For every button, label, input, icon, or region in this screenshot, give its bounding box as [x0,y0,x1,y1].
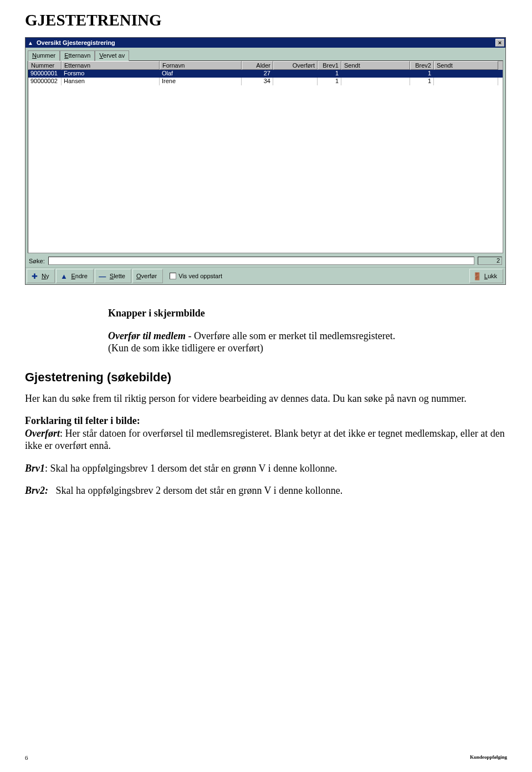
cell-nummer: 90000001 [28,70,62,78]
cell-etternavn: Hansen [62,78,160,85]
col-brev2[interactable]: Brev2 [410,61,434,70]
btn-label: verfør [141,273,157,279]
delete-icon: — [99,272,106,280]
cell-overfort [273,78,318,85]
table-row[interactable]: 90000002 Hansen Irene 34 1 1 [28,78,503,85]
tab-nummer[interactable]: Nummer [28,50,60,61]
search-row: Søke: 2 [25,253,505,267]
brv1-label: Brv1 [25,463,45,474]
endre-button[interactable]: ▲ Endre [56,269,93,283]
cell-brev1: 1 [318,70,341,78]
btn-hotkey: O [136,273,141,279]
brv1-text: : Skal ha oppfølgingsbrev 1 dersom det s… [45,463,337,474]
overfor-paragraph: Overfør til medlem - Overføre alle som e… [108,330,479,355]
tab-label: ervet av [103,52,125,59]
tab-hotkey: E [64,52,68,59]
cell-brev2: 1 [410,70,434,78]
footer-label: Kundeoppfølging [470,754,507,761]
sokebilde-heading: Gjestetrening (søkebilde) [25,370,507,385]
search-input[interactable] [48,257,474,265]
window-title: Oversikt Gjesteregistrering [37,39,495,46]
brv2-paragraph: Brv2: Skal ha oppfølgingsbrev 2 dersom d… [25,484,507,497]
soke-paragraph: Her kan du søke frem til riktig person f… [25,392,507,405]
brv1-paragraph: Brv1: Skal ha oppfølgingsbrev 1 dersom d… [25,462,507,475]
table-row[interactable]: 90000001 Forsmo Olaf 27 1 1 [28,70,503,78]
cell-etternavn: Forsmo [62,70,160,78]
tab-hotkey: N [32,52,37,59]
col-sendt2[interactable]: Sendt [434,61,498,70]
plus-icon: ✚ [30,272,38,280]
cell-sendt2 [434,78,498,85]
col-etternavn[interactable]: Etternavn [62,61,160,70]
chk-label: is ved oppstart [182,273,222,279]
overfort-label: Overført [25,428,60,439]
knapper-block: Knapper i skjermbilde Overfør til medlem… [108,307,479,355]
button-bar: ✚ Ny ▲ Endre — Slette Overfør Vis ved op… [25,267,505,284]
app-icon: ▲ [27,39,34,47]
overfor-text-2: (Kun de som ikke tidligere er overført) [108,342,263,354]
btn-label: ukk [488,273,497,279]
col-nummer[interactable]: Nummer [28,61,62,70]
door-icon: 🚪 [473,272,481,280]
overfor-text: - Overføre alle som er merket til medlem… [188,330,395,341]
btn-hotkey: E [71,273,75,279]
slette-button[interactable]: — Slette [95,269,131,283]
overfor-button[interactable]: Overfør [132,269,163,283]
forklaring-heading: Forklaring til felter i bilde: [25,415,140,426]
checkbox-icon [170,273,176,279]
page-footer: 6 Kundeoppfølging [25,754,507,761]
cell-overfort [273,70,318,78]
overfort-text: : Her står datoen for overførsel til med… [25,428,505,452]
cell-sendt1 [341,70,410,78]
cell-alder: 27 [242,70,273,78]
forklaring-paragraph: Forklaring til felter i bilde: Overført:… [25,415,507,452]
knapper-heading: Knapper i skjermbilde [108,307,479,320]
lukk-button[interactable]: 🚪 Lukk [469,269,503,283]
search-label: Søke: [29,258,45,264]
col-fornavn[interactable]: Fornavn [160,61,242,70]
col-overfort[interactable]: Overført [273,61,318,70]
grid: Nummer Etternavn Fornavn Alder Overført … [28,60,503,253]
titlebar: ▲ Oversikt Gjesteregistrering × [25,38,505,48]
cell-sendt1 [341,78,410,85]
cell-brev2: 1 [410,78,434,85]
btn-label: lette [114,273,125,279]
tab-label: tternavn [69,52,91,59]
cell-brev1: 1 [318,78,341,85]
grid-header: Nummer Etternavn Fornavn Alder Overført … [28,61,503,70]
tab-vervet-av[interactable]: Vervet av [95,50,129,61]
tab-hotkey: V [99,52,103,59]
cell-fornavn: Irene [160,78,242,85]
cell-fornavn: Olaf [160,70,242,78]
row-count: 2 [478,257,502,265]
close-button[interactable]: × [495,39,504,47]
cell-sendt2 [434,70,498,78]
brv2-text: Skal ha oppfølgingsbrev 2 dersom det stå… [56,485,343,496]
col-alder[interactable]: Alder [242,61,273,70]
vis-oppstart-checkbox[interactable]: Vis ved oppstart [170,273,222,279]
grid-body: 90000001 Forsmo Olaf 27 1 1 90000002 Han… [28,70,503,253]
tab-row: Nummer Etternavn Vervet av [25,48,505,60]
page-number: 6 [25,754,28,761]
btn-hotkey: N [42,273,46,279]
edit-icon: ▲ [60,272,68,280]
btn-label: ndre [75,273,88,279]
brv2-label: Brv2: [25,485,48,496]
tab-etternavn[interactable]: Etternavn [60,50,95,61]
col-brev1[interactable]: Brev1 [318,61,341,70]
ny-button[interactable]: ✚ Ny [27,269,55,283]
cell-nummer: 90000002 [28,78,62,85]
col-sendt1[interactable]: Sendt [341,61,410,70]
cell-alder: 34 [242,78,273,85]
page-title: GJESTETRENING [25,11,507,29]
window-oversikt-gjesteregistrering: ▲ Oversikt Gjesteregistrering × Nummer E… [25,37,506,285]
overfor-label: Overfør til medlem [108,330,186,341]
btn-label: y [46,273,49,279]
tab-label: ummer [37,52,55,59]
body-text: Her kan du søke frem til riktig person f… [25,392,507,497]
